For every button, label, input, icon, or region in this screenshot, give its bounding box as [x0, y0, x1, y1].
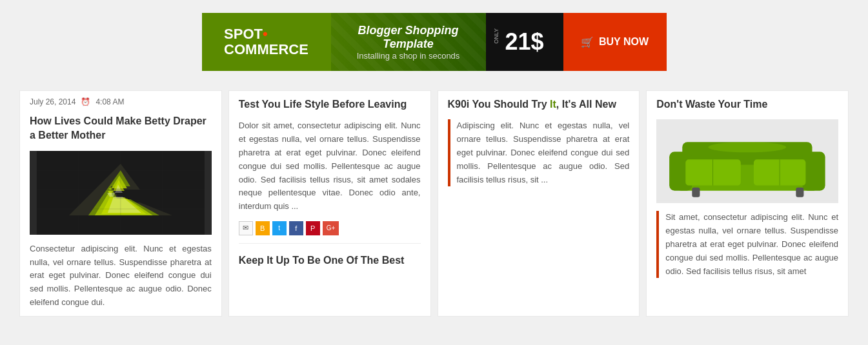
post-excerpt-3-container: Adipiscing elit. Nunc et egestas nulla, …	[448, 119, 630, 186]
post-title-link-1[interactable]: How Lives Could Make Betty Draper a Bett…	[30, 115, 207, 141]
post-title-2: Test You Life Style Before Leaving	[239, 97, 421, 112]
post-title-link-3[interactable]: K90i You Should Try It, It's All New	[448, 99, 616, 110]
brand-name-2: COMMERCE	[224, 42, 308, 57]
post-title-link-4[interactable]: Don't Waste Your Time	[656, 99, 767, 110]
post-excerpt-4: Sit amet, consectetur adipiscing elit. N…	[665, 211, 838, 278]
share-facebook-btn[interactable]: f	[289, 221, 303, 235]
post-col-1: July 26, 2014 ⏰ 4:08 AM How Lives Could …	[19, 90, 222, 317]
post-col-2: Test You Life Style Before Leaving Dolor…	[228, 90, 431, 317]
cart-icon: 🛒	[581, 36, 594, 48]
svg-rect-22	[796, 188, 804, 197]
post-title-3: K90i You Should Try It, It's All New	[448, 97, 630, 112]
post-meta-1: July 26, 2014 ⏰ 4:08 AM	[30, 97, 212, 106]
banner-mid: Blogger Shopping Template Installing a s…	[331, 13, 486, 71]
banner-price: ONLY 21$	[486, 13, 563, 71]
social-share: ✉ B t f P G+	[239, 221, 421, 235]
post-excerpt-3: Adipiscing elit. Nunc et egestas nulla, …	[457, 119, 630, 186]
post-image-svg-1	[30, 151, 212, 235]
post-col-4: Don't Waste Your Time	[646, 90, 849, 317]
share-gplus-btn[interactable]: G+	[323, 221, 339, 235]
banner: SPOT• COMMERCE Blogger Shopping Template…	[202, 13, 667, 71]
post-title-link-2[interactable]: Test You Life Style Before Leaving	[239, 99, 407, 110]
svg-point-23	[709, 142, 787, 152]
post-date-1: July 26, 2014	[30, 97, 76, 106]
banner-brand: SPOT• COMMERCE	[202, 13, 331, 71]
section-divider-2	[239, 243, 421, 244]
content-area: July 26, 2014 ⏰ 4:08 AM How Lives Could …	[0, 84, 868, 323]
banner-amount: 21$	[505, 28, 543, 55]
post-title-1: How Lives Could Make Betty Draper a Bett…	[30, 114, 212, 143]
sofa-svg	[656, 123, 838, 201]
sofa-image	[656, 119, 838, 203]
post-excerpt-1: Consectetur adipiscing elit. Nunc et ege…	[30, 242, 212, 310]
post-title-link-2b[interactable]: Keep It Up To Be One Of The Best	[239, 255, 405, 266]
buy-now-button[interactable]: 🛒 BUY NOW	[563, 13, 667, 71]
post-time-1: 4:08 AM	[96, 97, 124, 106]
brand-name-1: SPOT•	[224, 26, 308, 42]
share-blogger-btn[interactable]: B	[256, 221, 270, 235]
post-excerpt-4-container: Sit amet, consectetur adipiscing elit. N…	[656, 211, 838, 278]
post-excerpt-2: Dolor sit amet, consectetur adipiscing e…	[239, 119, 421, 213]
banner-only: ONLY	[493, 28, 500, 44]
banner-subtitle: Installing a shop in seconds	[344, 51, 473, 61]
share-email-btn[interactable]: ✉	[239, 221, 253, 235]
post-col-3: K90i You Should Try It, It's All New Adi…	[438, 90, 640, 317]
post-title-2b: Keep It Up To Be One Of The Best	[239, 253, 421, 268]
post-image-1	[30, 151, 212, 235]
clock-icon-1: ⏰	[81, 97, 90, 106]
share-twitter-btn[interactable]: t	[272, 221, 287, 235]
highlight-it: It	[550, 99, 556, 110]
banner-tagline: Blogger Shopping Template	[344, 24, 473, 51]
banner-section: SPOT• COMMERCE Blogger Shopping Template…	[0, 0, 868, 84]
share-pinterest-btn[interactable]: P	[306, 221, 320, 235]
post-title-4: Don't Waste Your Time	[656, 97, 838, 112]
svg-rect-21	[692, 188, 700, 197]
svg-rect-16	[803, 152, 825, 190]
